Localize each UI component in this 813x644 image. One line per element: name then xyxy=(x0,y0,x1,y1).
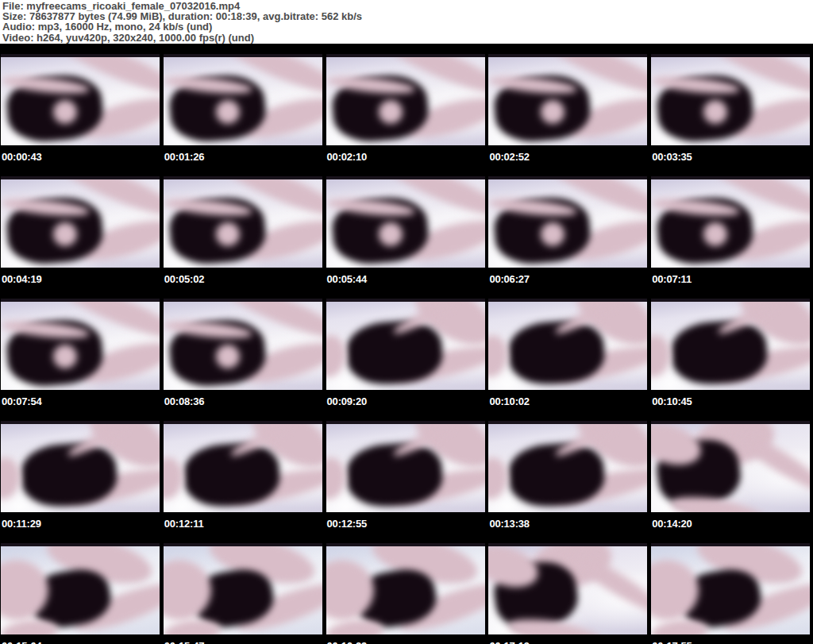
frame-top-edge xyxy=(488,54,647,57)
frame-cell: 00:03:35 xyxy=(650,54,813,176)
thumbnail-skin-shape xyxy=(164,455,185,501)
video-thumbnail xyxy=(164,54,322,145)
frame-top-edge xyxy=(164,299,322,302)
thumbnail-skin-shape xyxy=(651,333,672,379)
frame-top-edge xyxy=(1,421,160,424)
frame-top-edge xyxy=(651,421,810,424)
frame-timestamp: 00:02:10 xyxy=(326,145,488,176)
frame-timestamp: 00:17:55 xyxy=(650,634,813,644)
frame-top-edge xyxy=(651,54,810,57)
frame-cell: 00:10:02 xyxy=(487,299,650,421)
frame-timestamp: 00:17:13 xyxy=(487,634,650,644)
frame-cell: 00:17:13 xyxy=(487,543,650,644)
frame-cell: 00:06:27 xyxy=(487,176,650,299)
video-thumbnail xyxy=(164,421,322,512)
frame-top-edge xyxy=(651,299,810,302)
frame-timestamp: 00:16:29 xyxy=(326,634,488,644)
frame-top-edge xyxy=(1,54,160,57)
frame-cell: 00:04:19 xyxy=(0,176,163,299)
frame-top-edge xyxy=(326,421,485,424)
frame-timestamp: 00:05:44 xyxy=(326,268,488,299)
frame-top-edge xyxy=(326,54,485,57)
frame-cell: 00:16:29 xyxy=(326,543,488,644)
thumbnail-skin-shape xyxy=(1,455,22,501)
audio-info-line: Audio: mp3, 16000 Hz, mono, 24 kb/s (und… xyxy=(2,21,813,32)
frame-top-edge xyxy=(326,543,485,546)
frame-timestamp: 00:07:11 xyxy=(650,268,813,299)
frame-timestamp: 00:10:45 xyxy=(650,390,813,421)
video-thumbnail xyxy=(164,299,322,390)
video-thumbnail xyxy=(651,176,810,268)
video-thumbnail xyxy=(1,421,160,512)
video-thumbnail xyxy=(488,54,647,145)
frame-top-edge xyxy=(164,421,322,424)
video-thumbnail xyxy=(488,299,647,390)
video-info-line: Video: h264, yuv420p, 320x240, 1000.00 f… xyxy=(2,33,813,43)
frame-top-edge xyxy=(1,176,160,179)
frame-cell: 00:05:44 xyxy=(326,176,488,299)
frame-top-edge xyxy=(488,176,647,179)
frame-timestamp: 00:06:27 xyxy=(487,268,650,299)
frame-top-edge xyxy=(164,54,322,57)
frame-cell: 00:09:20 xyxy=(326,299,488,421)
frame-timestamp: 00:09:20 xyxy=(326,390,488,421)
video-thumbnail xyxy=(651,421,810,512)
thumbnail-skin-shape xyxy=(488,333,510,379)
frame-timestamp: 00:11:29 xyxy=(0,512,163,543)
video-thumbnail xyxy=(326,176,485,268)
frame-timestamp: 00:12:11 xyxy=(163,512,326,543)
frame-top-edge xyxy=(1,299,160,302)
frame-timestamp: 00:14:20 xyxy=(650,512,813,543)
frame-top-edge xyxy=(488,543,647,546)
frame-cell: 00:15:04 xyxy=(0,543,163,644)
video-thumbnail xyxy=(164,543,322,634)
frame-top-edge xyxy=(164,176,322,179)
file-info-header: File: myfreecams_ricoaki_female_07032016… xyxy=(0,0,813,44)
thumbnail-row: 00:15:04 00:15:47 00:16:29 xyxy=(0,543,813,644)
frame-top-edge xyxy=(1,543,160,546)
frame-cell: 00:15:47 xyxy=(163,543,326,644)
thumbnail-skin-shape xyxy=(488,455,510,501)
frame-top-edge xyxy=(164,543,322,546)
frame-cell: 00:10:45 xyxy=(650,299,813,421)
video-thumbnail xyxy=(326,543,485,634)
video-thumbnail xyxy=(326,54,485,145)
thumbnail-skin-shape xyxy=(326,333,348,379)
video-thumbnail xyxy=(326,421,485,512)
thumbnail-row: 00:11:29 00:12:11 00:12:55 xyxy=(0,421,813,543)
frame-timestamp: 00:07:54 xyxy=(0,390,163,421)
frame-timestamp: 00:02:52 xyxy=(487,145,650,176)
video-thumbnail xyxy=(1,176,160,268)
frame-cell: 00:08:36 xyxy=(163,299,326,421)
video-thumbnail xyxy=(488,176,647,268)
thumbnail-row: 00:04:19 00:05:02 00:05:44 xyxy=(0,176,813,299)
video-thumbnail xyxy=(488,543,647,634)
frame-cell: 00:01:26 xyxy=(163,54,326,176)
frame-timestamp: 00:13:38 xyxy=(487,512,650,543)
frame-timestamp: 00:15:47 xyxy=(163,634,326,644)
video-thumbnail xyxy=(1,543,160,634)
frame-timestamp: 00:12:55 xyxy=(326,512,488,543)
frame-cell: 00:17:55 xyxy=(650,543,813,644)
frame-timestamp: 00:10:02 xyxy=(487,390,650,421)
thumbnail-row: 00:07:54 00:08:36 00:09:20 xyxy=(0,299,813,421)
video-thumbnail xyxy=(651,299,810,390)
frame-top-edge xyxy=(326,176,485,179)
frame-cell: 00:02:52 xyxy=(487,54,650,176)
contact-sheet-grid: 00:00:43 00:01:26 00:02:10 xyxy=(0,44,813,644)
thumbnail-row: 00:00:43 00:01:26 00:02:10 xyxy=(0,54,813,176)
video-thumbnail xyxy=(1,54,160,145)
frame-timestamp: 00:04:19 xyxy=(0,268,163,299)
frame-top-edge xyxy=(651,543,810,546)
frame-cell: 00:11:29 xyxy=(0,421,163,543)
frame-timestamp: 00:00:43 xyxy=(0,145,163,176)
video-thumbnail xyxy=(1,299,160,390)
video-thumbnail xyxy=(651,543,810,634)
frame-timestamp: 00:15:04 xyxy=(0,634,163,644)
video-thumbnail xyxy=(488,421,647,512)
frame-timestamp: 00:03:35 xyxy=(650,145,813,176)
frame-cell: 00:12:55 xyxy=(326,421,488,543)
frame-cell: 00:13:38 xyxy=(487,421,650,543)
frame-top-edge xyxy=(488,299,647,302)
video-thumbnail xyxy=(164,176,322,268)
